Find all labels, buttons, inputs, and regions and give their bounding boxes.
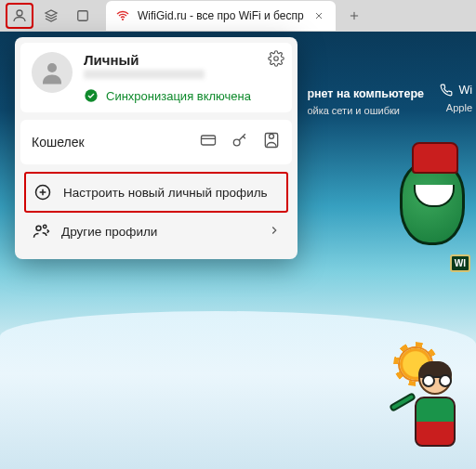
decorative-badge: WI	[450, 254, 470, 272]
svg-point-8	[270, 134, 274, 138]
wifi-favicon	[115, 8, 130, 23]
sync-status[interactable]: Синхронизация включена	[84, 88, 251, 103]
decorative-character-grinch	[400, 162, 465, 245]
settings-button[interactable]	[268, 50, 284, 71]
key-icon[interactable]	[231, 131, 249, 153]
decorative-character-elf	[407, 361, 463, 463]
nav-text-line[interactable]: ойка сети и ошибки	[307, 103, 424, 119]
svg-point-11	[36, 226, 41, 230]
add-profile-label: Настроить новый личный профиль	[63, 186, 268, 200]
svg-rect-6	[202, 136, 216, 145]
check-circle-icon	[84, 88, 99, 103]
profile-name: Личный	[84, 52, 251, 68]
other-profiles-button[interactable]: Другие профили	[24, 213, 288, 250]
card-icon[interactable]	[199, 131, 218, 153]
profile-popup: Личный Синхронизация включена Кошелек На…	[15, 37, 298, 259]
id-icon[interactable]	[262, 131, 281, 153]
nav-text-line[interactable]: Wi	[458, 84, 472, 97]
svg-point-7	[233, 139, 240, 146]
person-icon	[38, 59, 66, 86]
decorative-snow	[0, 311, 476, 469]
collections-button[interactable]	[37, 3, 65, 29]
site-nav-fragment-2: Wi	[440, 84, 472, 97]
svg-point-2	[122, 19, 124, 20]
svg-point-5	[85, 89, 97, 101]
tab-close-button[interactable]	[311, 8, 326, 23]
profile-card: Личный Синхронизация включена	[20, 43, 292, 112]
chevron-right-icon	[268, 224, 281, 240]
svg-rect-1	[78, 11, 88, 21]
switch-user-icon	[32, 222, 50, 241]
browser-titlebar: WifiGid.ru - все про WiFi и беспр	[0, 0, 476, 32]
new-tab-button[interactable]	[341, 3, 367, 29]
browser-tab[interactable]: WifiGid.ru - все про WiFi и беспр	[106, 1, 336, 31]
sync-status-label: Синхронизация включена	[106, 89, 251, 103]
svg-point-4	[47, 63, 57, 72]
nav-text-line[interactable]: рнет на компьютере	[307, 85, 424, 103]
other-profiles-label: Другие профили	[61, 225, 157, 239]
wallet-row[interactable]: Кошелек	[20, 120, 292, 164]
avatar	[32, 52, 73, 93]
tab-actions-button[interactable]	[69, 3, 97, 29]
plus-circle-icon	[33, 183, 52, 202]
tab-title: WifiGid.ru - все про WiFi и беспр	[138, 9, 304, 22]
phone-icon	[440, 84, 453, 97]
gear-icon	[268, 50, 284, 67]
site-nav-fragment-1: рнет на компьютере ойка сети и ошибки	[307, 85, 424, 118]
nav-text-line[interactable]: Apple	[446, 102, 472, 113]
svg-point-3	[274, 57, 279, 61]
add-profile-button[interactable]: Настроить новый личный профиль	[24, 172, 288, 213]
profile-email-redacted	[84, 70, 205, 79]
wallet-label: Кошелек	[32, 135, 186, 150]
svg-point-0	[17, 10, 22, 16]
svg-point-12	[44, 225, 46, 228]
profile-button[interactable]	[6, 3, 33, 29]
